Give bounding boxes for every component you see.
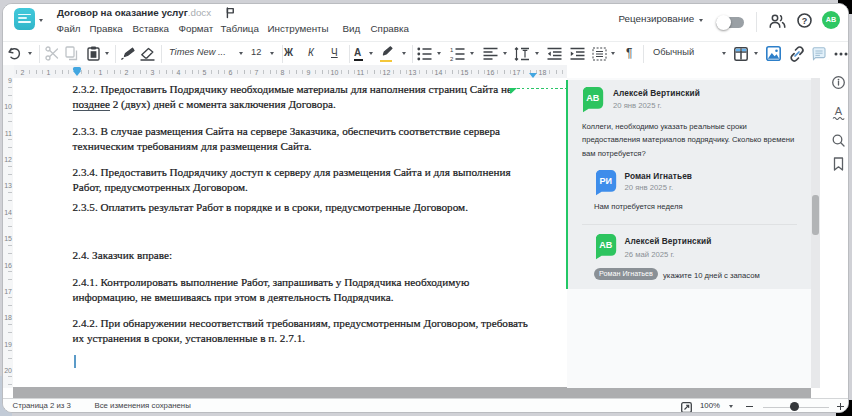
svg-text:1: 1: [450, 47, 454, 53]
svg-text:?: ?: [802, 16, 808, 26]
svg-text:А: А: [834, 105, 842, 117]
svg-text:РИ: РИ: [599, 176, 612, 186]
svg-text:АВ: АВ: [599, 240, 613, 250]
svg-text:2: 2: [450, 56, 454, 62]
svg-text:АВ: АВ: [586, 93, 600, 103]
